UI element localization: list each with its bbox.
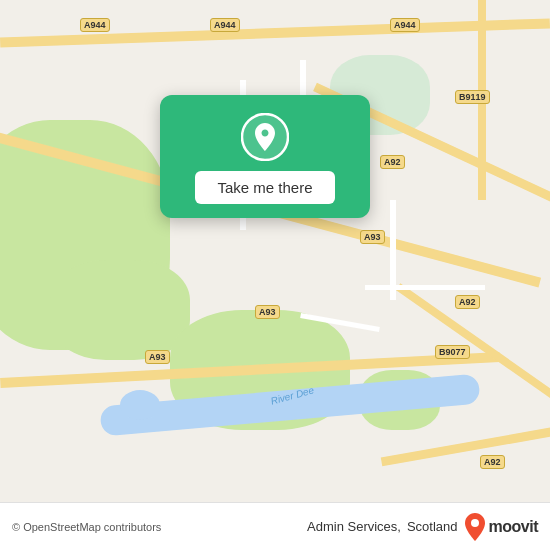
location-pin-icon (241, 113, 289, 161)
road-label-a944-2: A944 (210, 18, 240, 32)
road-label-a93-center: A93 (360, 230, 385, 244)
road-label-a92-bottom: A92 (455, 295, 480, 309)
road-label-b9119: B9119 (455, 90, 490, 104)
road-label-a93-mid: A93 (255, 305, 280, 319)
take-me-there-button[interactable]: Take me there (195, 171, 334, 204)
road-label-a92-right: A92 (380, 155, 405, 169)
moovit-pin-icon (464, 513, 486, 541)
road-label-a944-3: A944 (390, 18, 420, 32)
road-label-b9077: B9077 (435, 345, 470, 359)
road-label-a92-very-bottom: A92 (480, 455, 505, 469)
bottom-bar: © OpenStreetMap contributors Admin Servi… (0, 502, 550, 550)
moovit-logo: moovit (464, 513, 538, 541)
region-name: Scotland (407, 519, 458, 534)
road-label-a93-left: A93 (145, 350, 170, 364)
pond (120, 390, 160, 420)
svg-point-1 (471, 519, 479, 527)
white-road-4 (365, 285, 485, 290)
location-card: Take me there (160, 95, 370, 218)
location-name: Admin Services, (307, 519, 401, 534)
moovit-brand-name: moovit (489, 518, 538, 536)
map-container: A944 A944 A944 B9119 A92 A93 A93 A93 A92… (0, 0, 550, 550)
green-area-south-west (50, 260, 190, 360)
road-label-a944-1: A944 (80, 18, 110, 32)
bottom-right-section: Admin Services, Scotland moovit (307, 513, 538, 541)
attribution: © OpenStreetMap contributors (12, 521, 161, 533)
